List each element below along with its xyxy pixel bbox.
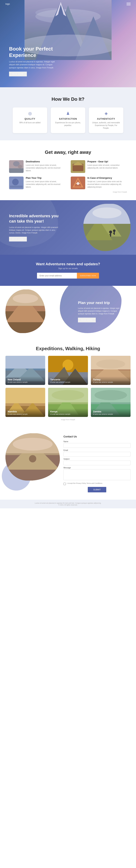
satisfaction-desc: Experiences for eco-pro pilums, pepetitu… <box>54 121 82 127</box>
svg-rect-44 <box>5 356 45 369</box>
contact-form-wrap: Contact Us Name Email Subject Message I … <box>63 433 131 494</box>
plan-description: Luctus sit amet est placerat in egestas.… <box>78 307 122 315</box>
exp-desc-za: Id ante was amerce sample <box>93 413 128 415</box>
svg-point-16 <box>12 179 19 185</box>
exp-name-za: Zambia <box>93 410 128 413</box>
plan-trip-title: Plan Your Trip <box>26 177 65 179</box>
destinations-title: Destinations <box>26 160 65 163</box>
footer-text: Luctus sit amet est placerat in egestas … <box>35 502 101 504</box>
form-name-label: Name <box>63 440 131 442</box>
svg-point-39 <box>13 294 38 303</box>
destinations-text: Destinations Lorem est, lorem ipsum dolo… <box>26 160 65 172</box>
exp-overlay-nz: New Zeland Id ante was amerce sample <box>5 376 45 385</box>
exp-desc-tz: Id ante was amerce sample <box>50 381 86 383</box>
svg-point-76 <box>29 455 36 462</box>
plan-text: Plan Your Trip Lorem est, lorem ipsum do… <box>26 177 65 188</box>
hero-section: Book your Perfect Experience Luctus sit … <box>0 0 136 87</box>
how-cards-container: ◎ QUALITY 99% of all tours are added ♟ S… <box>5 107 131 133</box>
form-name-input[interactable] <box>63 443 131 448</box>
svg-rect-34 <box>113 233 115 234</box>
newsletter-form: SUBSCRIBE NOW <box>5 273 131 279</box>
destinations-desc: Lorem est, lorem ipsum dolor sit amet, c… <box>26 164 65 172</box>
exp-card-ke[interactable]: Kenya Id ante was amerce sample <box>48 388 88 417</box>
exp-overlay-tz: Tanzania Id ante was amerce sample <box>48 376 88 385</box>
authenticity-title: AUTHENTICITY <box>92 118 120 120</box>
nav-logo: logo <box>5 3 10 5</box>
svg-rect-11 <box>9 168 24 173</box>
form-message-group: Message <box>63 467 131 481</box>
gear-title: Prepare - Gear Up! <box>87 160 127 163</box>
form-email-label: Email <box>63 449 131 451</box>
main-nav: logo <box>0 0 136 8</box>
expeditions-section: Expeditions, Walking, Hiking New Zeland … <box>0 337 136 426</box>
svg-rect-17 <box>10 186 23 188</box>
form-subject-input[interactable] <box>63 461 131 465</box>
exp-card-nz[interactable]: New Zeland Id ante was amerce sample <box>5 356 45 385</box>
quality-title: QUALITY <box>16 118 44 120</box>
getaway-title: Get away, right away <box>9 150 127 155</box>
getaway-grid: Destinations Lorem est, lorem ipsum dolo… <box>9 160 127 189</box>
adventures-section: Incredible adventures you can take this … <box>0 200 136 255</box>
hero-title: Book your Perfect Experience <box>9 45 60 58</box>
gear-desc: Lorem ipsum dolor sit amet, consectetur … <box>87 164 127 169</box>
exp-desc-nz: Id ante was amerce sample <box>8 381 43 383</box>
contact-photo <box>5 433 60 480</box>
how-card-authenticity: ◈ AUTHENTICITY Unique, authentic, and me… <box>89 107 123 133</box>
emergency-desc: Scripti est. Lorem ipsum dolor enim sed … <box>87 180 127 188</box>
svg-rect-60 <box>5 388 45 403</box>
contact-photo-wrap <box>5 433 60 494</box>
quality-desc: 99% of all tours are added <box>16 121 44 124</box>
form-email-group: Email <box>63 449 131 457</box>
adv-title: Incredible adventures you can take this … <box>9 213 60 224</box>
exp-card-tz[interactable]: Tanzania Id ante was amerce sample <box>48 356 88 385</box>
plan-read-more-button[interactable]: READ MORE <box>78 318 96 322</box>
satisfaction-icon: ♟ <box>54 111 82 116</box>
form-email-input[interactable] <box>63 452 131 457</box>
newsletter-title: Want Adventures news and updates? <box>5 262 131 266</box>
hero-read-more-button[interactable]: READ MORE <box>9 72 27 76</box>
newsletter-subtitle: Sign up for our emails <box>5 267 131 270</box>
exp-card-tr[interactable]: Turkey Id ante was amerce sample <box>91 356 131 385</box>
how-section: How We Do It? ◎ QUALITY 99% of all tours… <box>0 87 136 141</box>
adv-read-more-button[interactable]: READ MORE <box>9 237 27 242</box>
getaway-item-emergency: In Case of Emergency Scripti est. Lorem … <box>71 177 127 189</box>
plan-image <box>9 177 24 189</box>
how-card-satisfaction: ♟ SATISFACTION Experiences for eco-pro p… <box>51 107 85 133</box>
exp-overlay-ke: Kenya Id ante was amerce sample <box>48 408 88 417</box>
exp-card-na[interactable]: Namibia Id ante was amerce sample <box>5 388 45 417</box>
form-subject-label: Subject <box>63 458 131 460</box>
exp-overlay-na: Namibia Id ante was amerce sample <box>5 408 45 417</box>
exp-desc-na: Id ante was amerce sample <box>8 413 43 415</box>
destinations-image <box>9 160 24 173</box>
plan-title: Plan your next trip <box>78 300 122 305</box>
quality-icon: ◎ <box>16 111 44 116</box>
exp-card-za[interactable]: Zambia Id ante was amerce sample <box>91 388 131 417</box>
form-subject-group: Subject <box>63 458 131 465</box>
form-message-label: Message <box>63 467 131 469</box>
adv-photo <box>83 204 131 251</box>
plan-trip-desc: Lorem est, lorem ipsum dolor sit amet, c… <box>26 180 65 188</box>
emergency-image <box>71 177 85 189</box>
gear-image <box>71 160 85 173</box>
expeditions-title: Expeditions, Walking, Hiking <box>5 346 131 351</box>
form-message-textarea[interactable] <box>63 469 131 480</box>
form-privacy-checkbox[interactable] <box>63 483 66 485</box>
newsletter-email-input[interactable] <box>37 273 77 279</box>
svg-point-70 <box>94 390 127 400</box>
svg-point-28 <box>92 208 122 218</box>
contact-form-title: Contact Us <box>63 435 131 438</box>
hero-description: Luctus sit amet est placerat in egestas.… <box>9 60 60 69</box>
form-submit-button[interactable]: SUBMIT <box>88 487 106 492</box>
getaway-item-gear: Prepare - Gear Up! Lorem ipsum dolor sit… <box>71 160 127 173</box>
footer: Luctus sit amet est placerat in egestas … <box>0 500 136 508</box>
form-checkbox-text: I Accept the Privacy Policy Terms and Co… <box>67 483 103 484</box>
getaway-section: Get away, right away Destinations Lorem … <box>0 141 136 200</box>
hamburger-button[interactable] <box>127 3 131 5</box>
expeditions-image-credit: Image from Freepik <box>5 419 131 421</box>
authenticity-icon: ◈ <box>92 111 120 116</box>
how-title: How We Do It? <box>5 96 131 102</box>
svg-point-65 <box>52 390 84 400</box>
newsletter-subscribe-button[interactable]: SUBSCRIBE NOW <box>77 273 99 279</box>
adv-content: Incredible adventures you can take this … <box>9 213 60 242</box>
exp-name-tr: Turkey <box>93 378 128 381</box>
